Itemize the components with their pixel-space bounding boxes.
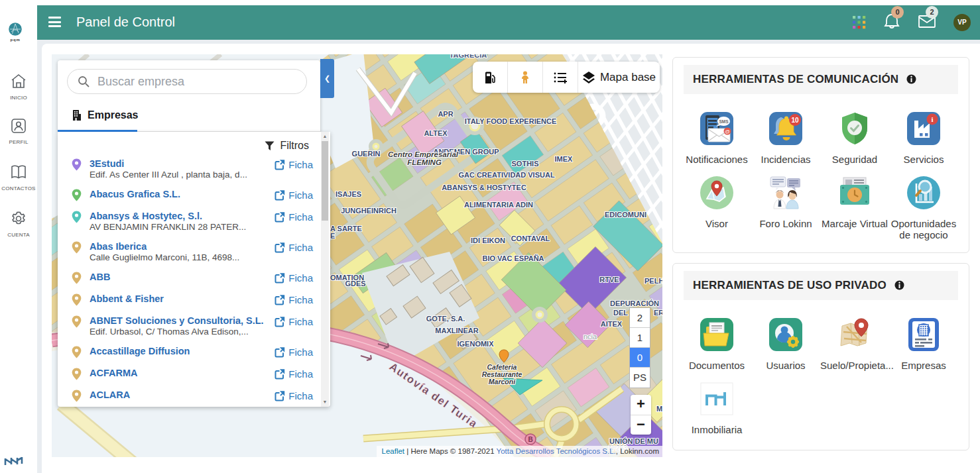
svg-text:ABANSYS & HOSTYTEC: ABANSYS & HOSTYTEC (442, 184, 526, 191)
svg-text:EDICOMUNI: EDICOMUNI (605, 211, 646, 219)
svg-text:ALTEX: ALTEX (424, 129, 448, 137)
svg-text:i: i (931, 115, 933, 123)
svg-text:ER: ER (654, 309, 662, 317)
svg-text:Centro Empresarial: Centro Empresarial (388, 150, 459, 158)
svg-text:GDES: GDES (345, 280, 365, 288)
svg-text:E: E (330, 232, 335, 240)
svg-text:MM: MM (656, 405, 662, 413)
svg-text:MAXLINEAR: MAXLINEAR (435, 327, 478, 335)
svg-text:RTVE: RTVE (599, 276, 619, 284)
svg-text:B: B (528, 436, 532, 443)
svg-text:SMS: SMS (719, 119, 729, 124)
svg-text:ISAJES: ISAJES (336, 190, 361, 198)
svg-text:BIO VAC ESPAÑA: BIO VAC ESPAÑA (482, 254, 544, 262)
svg-text:JUNGHEINRICH: JUNGHEINRICH (341, 207, 397, 215)
svg-text:CONTAVAL: CONTAVAL (511, 235, 550, 242)
svg-text:TAGRECIA: TAGRECIA (450, 54, 487, 59)
svg-text:SOTHIS: SOTHIS (512, 160, 539, 168)
svg-text:FLEMING: FLEMING (407, 158, 442, 166)
svg-text:GOTE, S.A.: GOTE, S.A. (426, 315, 465, 323)
svg-text:Marconi: Marconi (489, 378, 516, 386)
svg-text:pqm: pqm (10, 38, 20, 42)
svg-text:PELH: PELH (644, 277, 662, 285)
svg-text:ALIMENTARIA ADIN: ALIMENTARIA ADIN (464, 201, 533, 209)
svg-text:10: 10 (791, 117, 799, 124)
svg-text:GUERIN: GUERIN (352, 150, 381, 158)
svg-text:ncia: ncia (583, 333, 597, 341)
svg-text:GAC CREATIVIDAD VISUAL: GAC CREATIVIDAD VISUAL (458, 171, 555, 179)
svg-text:DEL: DEL (613, 309, 628, 317)
svg-text:APR: APR (438, 110, 453, 118)
svg-text:DEPURACIÓN: DEPURACIÓN (610, 299, 659, 307)
svg-text:AITEX: AITEX (601, 320, 623, 328)
svg-text:IGENOMIX: IGENOMIX (457, 340, 494, 348)
svg-text:ITALY FOOD EXPERIENCE: ITALY FOOD EXPERIENCE (465, 117, 557, 125)
svg-text:IMEX: IMEX (555, 155, 574, 163)
svg-text:@: @ (725, 129, 730, 134)
svg-text:IDI EIKON: IDI EIKON (471, 236, 505, 244)
